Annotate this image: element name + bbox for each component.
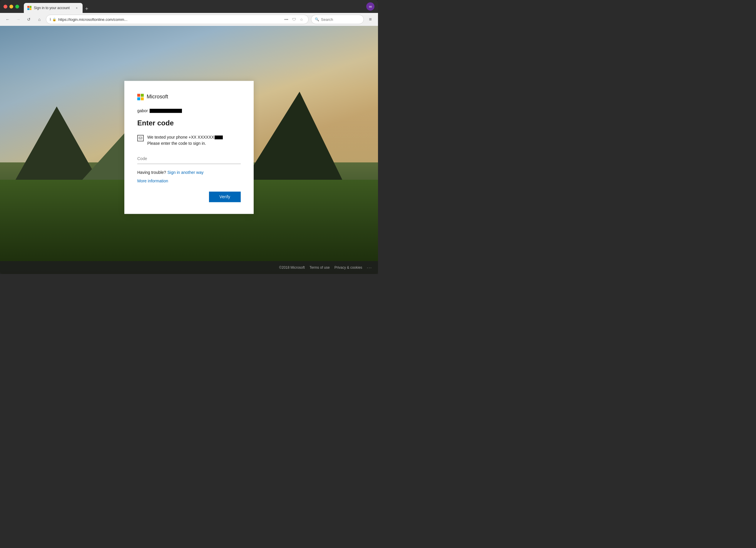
sms-icon bbox=[137, 135, 144, 141]
browser-menu-button[interactable]: ≡ bbox=[366, 15, 374, 24]
more-options-button[interactable]: ••• bbox=[283, 16, 290, 23]
footer-more-button[interactable]: ··· bbox=[367, 265, 372, 270]
sms-message-suffix: Please enter the code to sign in. bbox=[147, 141, 206, 146]
maximize-window-button[interactable] bbox=[15, 5, 19, 9]
ms-logo-red bbox=[137, 94, 140, 97]
page-footer: ©2018 Microsoft Terms of use Privacy & c… bbox=[0, 261, 378, 274]
microsoft-logo: Microsoft bbox=[137, 94, 241, 100]
trouble-text: Having trouble? bbox=[137, 170, 166, 175]
user-email-prefix: gabor bbox=[137, 108, 148, 113]
forward-button[interactable]: → bbox=[14, 15, 22, 24]
url-bar-actions: ••• 🛡 ☆ bbox=[283, 16, 305, 23]
url-bar-icons: ℹ 🔒 bbox=[50, 17, 56, 21]
extension-icon[interactable]: ∞ bbox=[366, 2, 374, 11]
shield-button[interactable]: 🛡 bbox=[291, 16, 297, 23]
search-input[interactable] bbox=[321, 17, 360, 22]
microsoft-brand-name: Microsoft bbox=[147, 94, 168, 100]
code-input-wrapper bbox=[137, 154, 241, 164]
close-window-button[interactable] bbox=[4, 5, 7, 9]
privacy-cookies-link[interactable]: Privacy & cookies bbox=[334, 266, 362, 270]
copyright-text: ©2018 Microsoft bbox=[279, 266, 305, 270]
bookmark-button[interactable]: ☆ bbox=[298, 16, 305, 23]
login-card: Microsoft gabor Enter code We texted you bbox=[124, 81, 254, 214]
user-email-row: gabor bbox=[137, 108, 241, 113]
search-icon: 🔍 bbox=[315, 17, 319, 21]
email-redacted bbox=[150, 109, 182, 113]
tab-favicon bbox=[27, 6, 31, 10]
nav-bar: ← → ↺ ⌂ ℹ 🔒 https://login.microsoftonlin… bbox=[0, 13, 378, 26]
page-content: Microsoft gabor Enter code We texted you bbox=[0, 26, 378, 274]
trouble-link-row: Having trouble? Sign in another way bbox=[137, 170, 241, 175]
card-title: Enter code bbox=[137, 119, 241, 127]
sign-in-another-way-link[interactable]: Sign in another way bbox=[168, 170, 204, 175]
card-footer: Verify bbox=[137, 192, 241, 202]
search-bar[interactable]: 🔍 bbox=[311, 15, 364, 24]
svg-rect-0 bbox=[139, 137, 142, 139]
url-bar[interactable]: ℹ 🔒 https://login.microsoftonline.com/co… bbox=[46, 15, 309, 24]
minimize-window-button[interactable] bbox=[9, 5, 13, 9]
lock-icon: 🔒 bbox=[52, 18, 56, 21]
ms-logo-yellow bbox=[141, 97, 144, 100]
phone-redacted bbox=[215, 136, 223, 140]
code-input[interactable] bbox=[137, 154, 241, 164]
ms-logo-green bbox=[141, 94, 144, 97]
terms-of-use-link[interactable]: Terms of use bbox=[310, 266, 330, 270]
new-tab-button[interactable]: + bbox=[83, 5, 91, 13]
traffic-lights bbox=[4, 5, 19, 9]
ms-logo-blue bbox=[137, 97, 140, 100]
sms-text: We texted your phone +XX XXXXXX Please e… bbox=[147, 134, 223, 147]
ms-grid-logo bbox=[137, 94, 144, 100]
back-button[interactable]: ← bbox=[4, 15, 12, 24]
url-text: https://login.microsoftonline.com/comm..… bbox=[58, 17, 281, 22]
home-button[interactable]: ⌂ bbox=[35, 15, 44, 24]
tab-title: Sign in to your account bbox=[34, 6, 72, 10]
tab-area: Sign in to your account × + bbox=[24, 0, 364, 13]
refresh-button[interactable]: ↺ bbox=[25, 15, 33, 24]
tab-close-button[interactable]: × bbox=[74, 6, 79, 10]
active-tab[interactable]: Sign in to your account × bbox=[24, 3, 83, 13]
title-bar: Sign in to your account × + ∞ bbox=[0, 0, 378, 13]
more-information-link[interactable]: More information bbox=[137, 179, 241, 183]
browser-window: Sign in to your account × + ∞ ← → ↺ ⌂ ℹ … bbox=[0, 0, 378, 274]
verify-button[interactable]: Verify bbox=[209, 192, 241, 202]
sms-info: We texted your phone +XX XXXXXX Please e… bbox=[137, 134, 241, 147]
sms-message-prefix: We texted your phone +XX XXXXXX bbox=[147, 135, 214, 140]
info-icon: ℹ bbox=[50, 17, 51, 21]
